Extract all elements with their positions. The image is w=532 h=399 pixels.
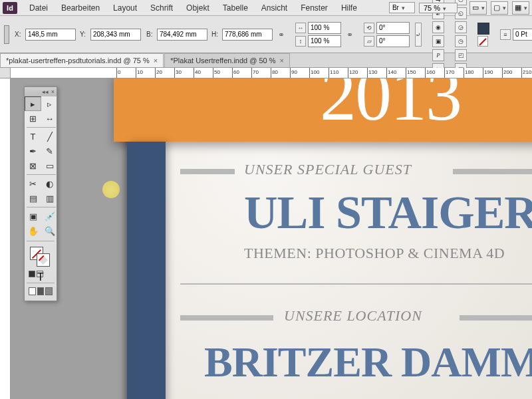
- y-label: Y:: [80, 31, 89, 38]
- fill-swatch[interactable]: [477, 23, 489, 35]
- divider-line: [180, 283, 532, 285]
- scale-x-input[interactable]: [308, 22, 341, 34]
- menu-tabelle[interactable]: Tabelle: [216, 1, 255, 15]
- close-icon[interactable]: ×: [280, 57, 284, 65]
- stroke-weight-icon: ≡: [500, 29, 511, 40]
- stroke-none-swatch[interactable]: [477, 36, 488, 47]
- gap-tool[interactable]: ↔: [41, 111, 58, 126]
- rotate-icon: ⟲: [364, 23, 374, 33]
- gradient-feather-tool[interactable]: ▥: [41, 191, 58, 205]
- y-input[interactable]: [90, 29, 141, 41]
- line-tool[interactable]: ╱: [41, 129, 58, 144]
- menu-ansicht[interactable]: Ansicht: [255, 1, 294, 15]
- type-tool[interactable]: T: [25, 129, 41, 144]
- document-tab-1-title: *plakat-usertreffen-psdtutorials.indd @ …: [6, 57, 150, 65]
- pen-tool[interactable]: ✒: [25, 144, 41, 158]
- arrange-docs-icon[interactable]: ▦: [512, 1, 529, 15]
- scale-y-icon: ↕: [295, 36, 306, 47]
- section-rule: [460, 315, 532, 321]
- rotate-buttons-icon[interactable]: ⤾: [415, 23, 422, 47]
- shear-input[interactable]: [376, 35, 410, 47]
- year-text: 2013: [320, 78, 461, 138]
- page-tool[interactable]: ⊞: [25, 111, 41, 126]
- x-input[interactable]: [25, 29, 76, 41]
- w-input[interactable]: [157, 29, 207, 41]
- document-tab-2-title: *Plakat Usertreffen.indd @ 50 %: [170, 57, 275, 65]
- apply-color-swatch[interactable]: [29, 271, 35, 277]
- scale-y-input[interactable]: [308, 35, 341, 47]
- pencil-tool[interactable]: ✎: [41, 144, 58, 158]
- stroke-color-swatch[interactable]: [37, 253, 50, 267]
- topics-text: THEMEN: PHOTOSHOP & CINEMA 4D: [244, 245, 505, 262]
- ruler-vertical[interactable]: [0, 78, 11, 399]
- menu-bearbeiten[interactable]: Bearbeiten: [55, 1, 106, 15]
- section-rule: [453, 169, 532, 174]
- hand-tool[interactable]: ✋: [25, 223, 41, 238]
- h-label: H:: [211, 31, 221, 38]
- h-input[interactable]: [222, 29, 273, 41]
- select-container-icon[interactable]: ◉: [432, 21, 444, 33]
- paragraph-style-icon[interactable]: P: [432, 49, 444, 61]
- document-tab-2[interactable]: *Plakat Usertreffen.indd @ 50 % ×: [164, 53, 290, 67]
- free-transform-tool[interactable]: ◐: [41, 176, 58, 191]
- shear-icon: ▱: [364, 36, 374, 47]
- rectangle-tool[interactable]: ▭: [41, 158, 58, 173]
- corner-4-icon[interactable]: ◷: [455, 35, 467, 47]
- canvas[interactable]: 2013 UNSER SPECIAL GUEST ULI STAIGER THE…: [11, 78, 532, 399]
- menu-hilfe[interactable]: Hilfe: [334, 1, 364, 15]
- w-label: B:: [146, 31, 156, 38]
- section-rule: [180, 169, 235, 174]
- constrain-scale-icon[interactable]: ⚭: [346, 23, 353, 47]
- zoom-tool[interactable]: 🔍: [41, 223, 58, 238]
- page[interactable]: 2013 UNSER SPECIAL GUEST ULI STAIGER THE…: [127, 78, 532, 399]
- menu-bar: Id Datei Bearbeiten Layout Schrift Objek…: [0, 0, 532, 16]
- blue-sidebar: [127, 142, 166, 399]
- document-tab-bar: *plakat-usertreffen-psdtutorials.indd @ …: [0, 53, 532, 68]
- bleed-mode-icon[interactable]: [45, 287, 53, 295]
- ruler-horizontal[interactable]: 0102030405060708090100110120130140150160…: [11, 68, 532, 78]
- constrain-wh-icon[interactable]: ⚭: [278, 23, 285, 47]
- section1-label: UNSER SPECIAL GUEST: [244, 161, 412, 178]
- direct-selection-tool[interactable]: ▹: [41, 96, 58, 111]
- section2-label: UNSERE LOCATION: [284, 307, 422, 325]
- select-content-icon[interactable]: ▣: [432, 35, 444, 47]
- close-icon[interactable]: ×: [51, 88, 55, 95]
- document-tab-1[interactable]: *plakat-usertreffen-psdtutorials.indd @ …: [0, 53, 164, 67]
- corner-5-icon[interactable]: ◰: [455, 49, 467, 61]
- collapse-icon[interactable]: ◂◂: [42, 88, 49, 95]
- scale-x-icon: ↔: [295, 23, 306, 33]
- rectangle-frame-tool[interactable]: ⊠: [25, 158, 41, 173]
- screen-mode-icon[interactable]: ▢: [491, 1, 508, 15]
- menu-layout[interactable]: Layout: [106, 1, 144, 15]
- section-rule: [180, 315, 273, 321]
- app-icon: Id: [3, 2, 17, 14]
- eyedropper-tool[interactable]: 💉: [41, 209, 58, 223]
- guest-name: ULI STAIGER: [244, 186, 532, 239]
- menu-objekt[interactable]: Objekt: [180, 1, 216, 15]
- ruler-origin[interactable]: [0, 68, 11, 78]
- gradient-swatch-tool[interactable]: ▤: [25, 191, 41, 205]
- x-label: X:: [15, 31, 24, 38]
- stroke-weight-input[interactable]: [513, 29, 532, 41]
- preview-mode-icon[interactable]: [37, 287, 45, 295]
- location-text: BRITZER DAMM 51: [204, 338, 532, 387]
- formatting-container-icon[interactable]: T: [37, 271, 43, 277]
- bridge-button[interactable]: Br: [389, 2, 415, 13]
- note-tool[interactable]: ▣: [25, 209, 41, 223]
- rotate-input[interactable]: [376, 22, 410, 34]
- view-options-icon[interactable]: ▭: [469, 1, 487, 15]
- normal-mode-icon[interactable]: [29, 287, 36, 295]
- tools-panel: ◂◂× ▸ ▹ ⊞ ↔ T ╱ ✒ ✎ ⊠ ▭ ✂ ◐ ▤ ▥ ▣ 💉 ✋ 🔍 …: [24, 86, 57, 301]
- menu-fenster[interactable]: Fenster: [294, 1, 334, 15]
- selection-tool[interactable]: ▸: [25, 96, 41, 111]
- scissors-tool[interactable]: ✂: [25, 176, 41, 191]
- corner-3-icon[interactable]: ◶: [455, 21, 467, 33]
- zoom-select[interactable]: 75 %: [419, 3, 458, 13]
- tools-panel-header[interactable]: ◂◂×: [25, 87, 57, 96]
- fill-stroke-swatches[interactable]: [25, 244, 57, 271]
- menu-schrift[interactable]: Schrift: [144, 1, 180, 15]
- close-icon[interactable]: ×: [154, 57, 158, 65]
- reference-point-grid[interactable]: [4, 25, 9, 44]
- menu-datei[interactable]: Datei: [23, 1, 55, 15]
- cursor-highlight: [102, 181, 120, 198]
